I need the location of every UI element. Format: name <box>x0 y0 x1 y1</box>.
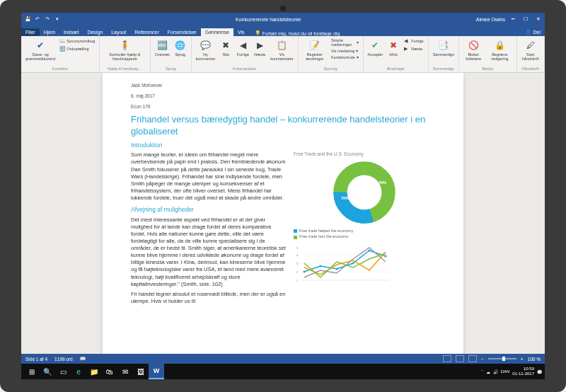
review-pane-button[interactable]: Korrekturrude ▾ <box>330 54 360 60</box>
wordcount-icon: 🔢 <box>59 46 65 52</box>
reject-button[interactable]: ✖Afvis <box>386 38 401 58</box>
thesaurus-button[interactable]: 📖Synonymordbog <box>58 38 96 45</box>
track-changes-button[interactable]: 📝 Registrer ændringer <box>301 38 328 62</box>
windows-taskbar: ⊞ 🔍 ▭ e 📁 🛍 ✉ 🖼 W ˄ ☁ 🔊 DAN 10:59 01-11-… <box>21 364 545 379</box>
block-authors-icon: 🚫 <box>467 39 480 52</box>
language-indicator[interactable]: DAN <box>501 369 510 374</box>
print-layout-button[interactable] <box>456 355 464 362</box>
prev-change-label: Forrige <box>411 39 423 43</box>
web-layout-button[interactable] <box>468 355 477 362</box>
spell-check-icon: ✔ <box>34 39 47 52</box>
ink-button[interactable]: 🖊Start håndskrift <box>520 38 541 62</box>
group-sammenlign-label: Sammenlign <box>433 67 455 71</box>
tab-hjem[interactable]: Hjem <box>40 28 59 36</box>
onedrive-icon[interactable]: ☁ <box>486 369 490 374</box>
undo-icon[interactable]: ↶ <box>34 16 41 23</box>
document-page[interactable]: Jack McKeever 8. maj 2017 Econ 170 Friha… <box>103 73 463 354</box>
zoom-slider[interactable] <box>488 358 516 359</box>
spell-check-label: Stave- og grammatikkontrol <box>25 52 55 61</box>
show-markup-button[interactable]: Vis markering ▾ <box>330 48 360 54</box>
tab-indsaet[interactable]: Indsæt <box>59 28 83 36</box>
lightbulb-icon: 💡 <box>255 30 261 36</box>
volume-icon[interactable]: 🔊 <box>493 369 498 374</box>
redo-icon[interactable]: ↷ <box>44 16 51 23</box>
minimize-icon[interactable]: ━ <box>509 16 516 22</box>
thesaurus-icon: 📖 <box>59 38 65 44</box>
language-button[interactable]: 🌐 Sprog <box>173 38 188 58</box>
doc-course: Econ 170 <box>131 104 435 110</box>
share-icon: 👤 <box>525 29 531 35</box>
group-haandskrift: 🖊Start håndskrift Håndskrift <box>517 36 545 72</box>
wordcount-button[interactable]: 🔢Ordoptælling <box>58 45 96 52</box>
prev-change-button[interactable]: ◀Forrige <box>403 38 424 45</box>
edge-icon[interactable]: e <box>71 364 86 379</box>
start-button[interactable]: ⊞ <box>24 364 40 379</box>
tray-chevron-icon[interactable]: ˄ <box>481 369 483 374</box>
restrict-edit-button[interactable]: 🔒Begræns redigering <box>486 38 513 62</box>
tab-referencer[interactable]: Referencer <box>130 28 163 36</box>
tab-forsendelser[interactable]: Forsendelser <box>163 28 201 36</box>
document-area[interactable]: Jack McKeever 8. maj 2017 Econ 170 Friha… <box>21 73 545 354</box>
save-icon[interactable]: 💾 <box>24 16 31 23</box>
task-view-icon[interactable]: ▭ <box>55 364 71 379</box>
compare-icon: 📑 <box>437 39 450 52</box>
explorer-icon[interactable]: 📁 <box>86 364 102 379</box>
svg-text:5: 5 <box>296 246 299 250</box>
next-icon: ▶ <box>253 39 266 52</box>
share-button[interactable]: 👤 Del <box>521 28 545 36</box>
legend-item: Free trade hurt the economy <box>294 234 435 239</box>
zoom-out-button[interactable]: − <box>481 357 484 362</box>
svg-text:3: 3 <box>296 262 299 265</box>
chevron-down-icon: ▾ <box>357 55 359 59</box>
group-sammenlign: 📑Sammenlign Sammenlign <box>429 36 460 72</box>
zoom-level[interactable]: 100 % <box>528 357 541 362</box>
group-haandskrift-label: Håndskrift <box>521 67 539 71</box>
review-pane-label: Korrekturrude <box>331 55 355 59</box>
next-comment-button[interactable]: ▶Næste <box>252 38 267 58</box>
user-name[interactable]: Aimee Owins <box>476 17 505 22</box>
notifications-icon[interactable]: 💬 <box>537 369 542 374</box>
group-aendringer-label: Ændringer <box>386 67 405 71</box>
thesaurus-label: Synonymordbog <box>67 39 95 43</box>
tab-layout[interactable]: Layout <box>107 28 130 36</box>
close-icon[interactable]: ✕ <box>535 16 542 22</box>
compare-button[interactable]: 📑Sammenlign <box>432 38 456 58</box>
search-icon[interactable]: 🔍 <box>40 364 55 379</box>
show-comments-button[interactable]: 📋Vis kommentarer <box>269 38 294 62</box>
word-icon[interactable]: W <box>149 364 164 379</box>
prev-comment-button[interactable]: ◀Forrige <box>235 38 250 58</box>
next-change-button[interactable]: ▶Næste <box>403 45 424 52</box>
intro-heading: Introduktion <box>131 142 435 149</box>
photos-icon[interactable]: 🖼 <box>133 364 149 379</box>
group-kommentarer: 💬 Ny kommentar ✖Slet ◀Forrige ▶Næste 📋Vi… <box>192 36 299 72</box>
translate-button[interactable]: 🔤 Oversæt <box>154 38 171 58</box>
clock[interactable]: 10:59 01-11-2017 <box>512 367 534 376</box>
page-indicator[interactable]: Side 1 af 4 <box>25 357 47 362</box>
qat-dropdown-icon[interactable]: ▾ <box>54 16 61 23</box>
tab-filer[interactable]: Filer <box>21 28 40 36</box>
donut-chart: 30% 70% <box>333 161 396 224</box>
block-authors-button[interactable]: 🚫Bloker forfattere <box>462 38 485 62</box>
chart-column: Free Trade and the U.S. Economy 30% 70% … <box>294 151 435 305</box>
tablet-frame: 💾 ↶ ↷ ▾ Konkurrerende handelsteorier Aim… <box>0 0 566 392</box>
accessibility-button[interactable]: 🧍 Kontrollér hjælp til handicappede <box>103 38 146 62</box>
reject-icon: ✖ <box>387 39 400 52</box>
mail-icon[interactable]: ✉ <box>117 364 133 379</box>
tab-gennemse[interactable]: Gennemse <box>201 28 233 36</box>
tell-me-label: Fortæl mig, hvad du vil foretage dig <box>262 31 340 36</box>
new-comment-button[interactable]: 💬 Ny kommentar <box>195 38 217 62</box>
tab-vis[interactable]: Vis <box>233 28 249 36</box>
maximize-icon[interactable]: ☐ <box>522 16 529 22</box>
accept-button[interactable]: ✔Acceptér <box>366 38 385 58</box>
store-icon[interactable]: 🛍 <box>102 364 117 379</box>
zoom-in-button[interactable]: + <box>521 357 524 362</box>
read-mode-button[interactable] <box>443 355 451 362</box>
delete-comment-button[interactable]: ✖Slet <box>218 38 233 58</box>
new-comment-label: Ny kommentar <box>196 52 216 61</box>
markup-dropdown[interactable]: Simple markeringer ▾ <box>330 38 360 47</box>
spell-status-icon[interactable]: 📖 <box>80 356 86 362</box>
tab-design[interactable]: Design <box>83 28 107 36</box>
tell-me-search[interactable]: 💡 Fortæl mig, hvad du vil foretage dig <box>255 30 340 36</box>
spell-check-button[interactable]: ✔ Stave- og grammatikkontrol <box>24 38 57 62</box>
word-count[interactable]: 1198 ord <box>54 357 73 362</box>
